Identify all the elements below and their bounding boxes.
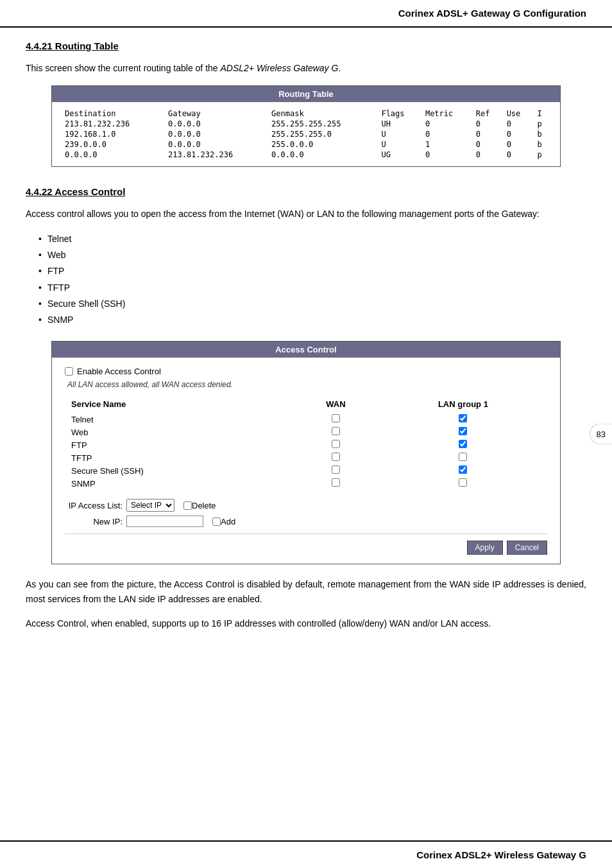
section-421-heading: 4.4.21 Routing Table bbox=[26, 40, 586, 51]
section-422-intro: Access control allows you to open the ac… bbox=[26, 207, 586, 221]
ac-service-body: TelnetWebFTPTFTPSecure Shell (SSH)SNMP bbox=[65, 413, 547, 490]
delete-row: Delete bbox=[183, 501, 216, 510]
add-label: Add bbox=[221, 517, 235, 526]
ac-service-row: FTP bbox=[65, 438, 547, 451]
table-cell: 213.81.232.236 bbox=[164, 150, 268, 160]
col-gateway: Gateway bbox=[164, 108, 268, 119]
post-text-2: Access Control, when enabled, supports u… bbox=[26, 616, 586, 630]
table-row: 192.168.1.00.0.0.0255.255.255.0U000b bbox=[61, 129, 551, 139]
table-cell: 0.0.0.0 bbox=[268, 150, 377, 160]
col-ref: Ref bbox=[472, 108, 503, 119]
table-cell: 0.0.0.0 bbox=[164, 129, 268, 139]
ip-access-list-select[interactable]: Select IP bbox=[126, 499, 174, 512]
table-cell: U bbox=[377, 129, 421, 139]
table-cell: 0 bbox=[421, 150, 472, 160]
ac-lan-checkbox[interactable] bbox=[459, 453, 467, 461]
ac-lan-checkbox[interactable] bbox=[459, 414, 467, 422]
ac-wan-checkbox[interactable] bbox=[332, 440, 340, 448]
ac-wan-checkbox[interactable] bbox=[332, 453, 340, 461]
table-cell: 0.0.0.0 bbox=[61, 150, 164, 160]
ac-footer-row: Apply Cancel bbox=[65, 534, 547, 555]
access-control-container: Access Control Enable Access Control All… bbox=[51, 341, 561, 564]
ac-service-row: Secure Shell (SSH) bbox=[65, 464, 547, 477]
table-row: 239.0.0.00.0.0.0255.0.0.0U100b bbox=[61, 139, 551, 150]
col-genmask: Genmask bbox=[268, 108, 377, 119]
table-cell: 0 bbox=[503, 139, 534, 150]
ac-service-name: Telnet bbox=[65, 413, 293, 426]
routing-table-header-row: Destination Gateway Genmask Flags Metric… bbox=[61, 108, 551, 119]
table-cell: 0.0.0.0 bbox=[164, 119, 268, 129]
post-text-1: As you can see from the picture, the Acc… bbox=[26, 577, 586, 606]
ac-table-header-row: Service Name WAN LAN group 1 bbox=[65, 398, 547, 413]
table-cell: 255.255.255.255 bbox=[268, 119, 377, 129]
ac-wan-checkbox[interactable] bbox=[332, 478, 340, 487]
apply-button[interactable]: Apply bbox=[467, 541, 503, 555]
ac-service-name: FTP bbox=[65, 438, 293, 451]
ip-access-list-row: IP Access List: Select IP Delete bbox=[65, 499, 547, 512]
ac-lan-checkbox[interactable] bbox=[459, 478, 467, 487]
routing-table-title: Routing Table bbox=[52, 86, 560, 102]
section-421-intro: This screen show the current routing tab… bbox=[26, 62, 586, 75]
ac-wan-checkbox[interactable] bbox=[332, 427, 340, 435]
ac-service-row: Telnet bbox=[65, 413, 547, 426]
table-cell: U bbox=[377, 139, 421, 150]
ac-service-name: Web bbox=[65, 426, 293, 438]
table-row: 213.81.232.2360.0.0.0255.255.255.255UH00… bbox=[61, 119, 551, 129]
new-ip-row: New IP: Add bbox=[65, 516, 547, 527]
col-metric: Metric bbox=[421, 108, 472, 119]
add-checkbox[interactable] bbox=[212, 517, 221, 526]
wan-header: WAN bbox=[293, 398, 379, 413]
table-cell: 255.255.255.0 bbox=[268, 129, 377, 139]
table-cell: 0.0.0.0 bbox=[164, 139, 268, 150]
ac-lan-cell bbox=[379, 413, 547, 426]
col-flags: Flags bbox=[377, 108, 421, 119]
service-name-header: Service Name bbox=[65, 398, 293, 413]
bullet-list: TelnetWebFTPTFTPSecure Shell (SSH)SNMP bbox=[38, 231, 586, 328]
section-421: 4.4.21 Routing Table This screen show th… bbox=[26, 40, 586, 167]
table-cell: 0 bbox=[472, 119, 503, 129]
ac-service-name: TFTP bbox=[65, 451, 293, 464]
table-cell: b bbox=[534, 139, 551, 150]
ac-wan-cell bbox=[293, 426, 379, 438]
col-use: Use bbox=[503, 108, 534, 119]
ac-lan-checkbox[interactable] bbox=[459, 465, 467, 474]
ac-wan-cell bbox=[293, 438, 379, 451]
ac-wan-cell bbox=[293, 464, 379, 477]
page-header: Corinex ADSL+ Gateway G Configuration bbox=[0, 0, 612, 28]
ac-wan-cell bbox=[293, 451, 379, 464]
new-ip-input[interactable] bbox=[126, 516, 203, 527]
ac-lan-cell bbox=[379, 438, 547, 451]
page-footer: Corinex ADSL2+ Wireless Gateway G bbox=[0, 840, 612, 868]
list-item: SNMP bbox=[38, 312, 586, 328]
ac-wan-checkbox[interactable] bbox=[332, 414, 340, 422]
table-cell: 0 bbox=[503, 129, 534, 139]
ac-service-name: Secure Shell (SSH) bbox=[65, 464, 293, 477]
ac-body: Enable Access Control All LAN access all… bbox=[52, 358, 560, 564]
table-cell: 213.81.232.236 bbox=[61, 119, 164, 129]
ac-service-row: Web bbox=[65, 426, 547, 438]
table-cell: p bbox=[534, 119, 551, 129]
table-row: 0.0.0.0213.81.232.2360.0.0.0UG000p bbox=[61, 150, 551, 160]
table-cell: p bbox=[534, 150, 551, 160]
routing-table-container: Routing Table Destination Gateway Genmas… bbox=[51, 85, 561, 167]
table-cell: UH bbox=[377, 119, 421, 129]
ip-access-list-label: IP Access List: bbox=[65, 501, 123, 510]
table-cell: 0 bbox=[472, 150, 503, 160]
enable-access-control-checkbox[interactable] bbox=[65, 367, 73, 376]
ac-service-row: SNMP bbox=[65, 477, 547, 490]
ac-lan-checkbox[interactable] bbox=[459, 440, 467, 448]
table-cell: 239.0.0.0 bbox=[61, 139, 164, 150]
ac-lan-checkbox[interactable] bbox=[459, 427, 467, 435]
cancel-button[interactable]: Cancel bbox=[507, 541, 547, 555]
header-title: Corinex ADSL+ Gateway G Configuration bbox=[398, 8, 586, 19]
footer-title: Corinex ADSL2+ Wireless Gateway G bbox=[416, 849, 586, 860]
routing-table: Destination Gateway Genmask Flags Metric… bbox=[61, 108, 551, 160]
ac-service-name: SNMP bbox=[65, 477, 293, 490]
ac-wan-cell bbox=[293, 477, 379, 490]
list-item: TFTP bbox=[38, 280, 586, 296]
main-content: 4.4.21 Routing Table This screen show th… bbox=[0, 28, 612, 692]
delete-checkbox[interactable] bbox=[183, 501, 192, 510]
ac-wan-checkbox[interactable] bbox=[332, 465, 340, 474]
ac-title-bar: Access Control bbox=[52, 342, 560, 358]
section-422: 4.4.22 Access Control Access control all… bbox=[26, 186, 586, 630]
